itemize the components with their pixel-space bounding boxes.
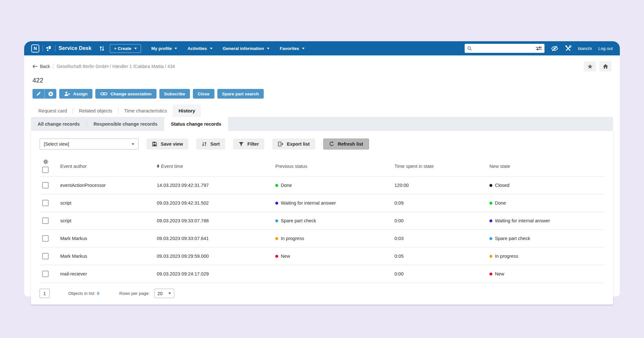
breadcrumb-path[interactable]: Gesellschaft Berlin GmbH / Händler 1 /Ca… [57, 64, 175, 69]
filter-funnel-icon [239, 142, 244, 147]
subtab-status-change-records[interactable]: Status change records [164, 117, 228, 131]
status-label: New [281, 254, 290, 259]
cancel-button[interactable] [44, 89, 56, 99]
back-arrow-icon [33, 64, 38, 68]
change-association-button[interactable]: Change association [95, 89, 156, 99]
filter-button[interactable]: Filter [233, 139, 264, 150]
home-button[interactable] [599, 61, 611, 72]
create-button[interactable]: + Create [110, 44, 141, 53]
table-row[interactable]: eventActionProcessor 14.03.2023 09:42:31… [40, 177, 604, 194]
page-number-button[interactable]: 1 [40, 289, 50, 298]
back-label: Back [40, 64, 50, 69]
home-icon [603, 64, 608, 69]
status-dot-icon [489, 255, 492, 258]
row-spent: 0:00 [394, 271, 489, 276]
edit-button[interactable] [33, 89, 44, 99]
table-row[interactable]: script 09.03.2023 09:33:07.788 Spare par… [40, 212, 604, 230]
objects-count: 6 [97, 291, 99, 296]
sort-icon [202, 141, 207, 147]
spare-part-search-button[interactable]: Spare part search [217, 89, 264, 99]
column-header-event-time[interactable]: Event time [157, 164, 275, 169]
row-checkbox[interactable] [42, 235, 49, 242]
chevron-down-icon [134, 48, 137, 49]
app-card: N Service Desk + Create My profile [24, 41, 620, 296]
save-view-button[interactable]: Save view [147, 139, 188, 150]
status-label: New [495, 271, 504, 276]
list-footer: 1 Objects in list: 6 Rows per page: 20 [40, 283, 604, 298]
favorite-star-button[interactable] [584, 61, 596, 72]
row-author: script [60, 218, 157, 223]
hide-interface-eye-off-icon[interactable] [551, 45, 558, 52]
select-all-checkbox[interactable] [42, 167, 49, 173]
sort-arrows-icon[interactable] [99, 45, 105, 52]
assign-label: Assign [73, 92, 88, 96]
menu-activities[interactable]: Activities [187, 46, 212, 51]
menu-label: General information [223, 46, 264, 51]
select-view-dropdown[interactable]: [Select view] [40, 139, 138, 150]
chevron-down-icon [210, 48, 213, 49]
back-link[interactable]: Back [33, 64, 50, 69]
row-prev-status: Done [275, 183, 394, 188]
person-add-icon [64, 91, 70, 96]
menu-general-information[interactable]: General information [223, 46, 270, 51]
subscribe-button[interactable]: Subscribe [159, 89, 190, 99]
tab-time-characteristics[interactable]: Time characteristics [118, 104, 173, 117]
logo-icon[interactable]: N [31, 44, 39, 53]
rows-per-page-select[interactable]: 20 [154, 289, 174, 298]
column-header-time-spent[interactable]: Time spent in state [394, 164, 489, 169]
table-row[interactable]: Mark Markus 09.03.2023 09:33:07.641 In p… [40, 230, 604, 247]
column-header-new-state[interactable]: New state [489, 164, 604, 169]
chevron-down-icon [168, 293, 171, 294]
subtab-responsible-change-records[interactable]: Responsible change records [87, 117, 164, 131]
sort-indicator-icon [157, 164, 159, 168]
change-association-label: Change association [110, 92, 152, 96]
save-view-label: Save view [161, 141, 183, 147]
row-spent: 0:00 [394, 218, 489, 223]
pencil-icon [36, 91, 41, 96]
table-row[interactable]: mail-reciever 09.03.2023 09:24:17.029 0:… [40, 265, 604, 283]
column-header-event-author[interactable]: Event author [60, 164, 157, 169]
search-settings-sliders-icon[interactable] [536, 46, 542, 51]
row-checkbox[interactable] [42, 253, 49, 259]
user-menu[interactable]: bianchi [578, 46, 592, 51]
close-button[interactable]: Close [193, 89, 214, 99]
status-label: In progress [495, 254, 518, 259]
chevron-down-icon [132, 143, 134, 145]
search-input[interactable] [474, 46, 534, 51]
column-settings-gear-icon[interactable] [43, 159, 48, 165]
tab-history[interactable]: History [173, 104, 201, 117]
status-label: In progress [281, 236, 304, 241]
tab-request-card[interactable]: Request card [33, 104, 73, 117]
row-time: 09.03.2023 09:33:07.788 [157, 218, 275, 223]
menu-my-profile[interactable]: My profile [151, 46, 177, 51]
row-author: Mark Markus [60, 254, 157, 259]
status-dot-icon [275, 219, 278, 222]
export-list-button[interactable]: Export list [272, 139, 315, 150]
column-header-previous-status[interactable]: Previous status [275, 164, 394, 169]
row-checkbox[interactable] [42, 182, 49, 188]
list-toolbar: [Select view] Save view [40, 139, 604, 150]
subtab-all-change-records[interactable]: All change records [31, 117, 87, 131]
refresh-list-button[interactable]: Refresh list [323, 139, 369, 150]
menu-label: Activities [187, 46, 207, 51]
create-button-label: + Create [114, 46, 131, 51]
chevron-down-icon [302, 48, 305, 49]
apps-grid-icon[interactable] [46, 45, 52, 51]
sort-button[interactable]: Sort [196, 139, 225, 150]
row-checkbox[interactable] [42, 200, 49, 206]
assign-button[interactable]: Assign [59, 89, 92, 99]
tab-related-objects[interactable]: Related objects [73, 104, 118, 117]
logout-link[interactable]: Log out [598, 46, 613, 51]
admin-tools-icon[interactable] [565, 45, 572, 52]
select-view-value: [Select view] [44, 141, 69, 147]
top-navbar: N Service Desk + Create My profile [24, 41, 620, 55]
table-row[interactable]: script 09.03.2023 09:42:31.502 Waiting f… [40, 194, 604, 212]
records-panel: [Select view] Save view [31, 131, 613, 304]
table-row[interactable]: Mark Markus 09.03.2023 09:29:59.000 New … [40, 247, 604, 265]
row-time: 09.03.2023 09:42:31.502 [157, 200, 275, 206]
row-checkbox[interactable] [42, 271, 49, 277]
row-checkbox[interactable] [42, 217, 49, 224]
menu-favorites[interactable]: Favorites [280, 46, 305, 51]
history-subtabs: All change records Responsible change re… [31, 117, 613, 131]
status-dot-icon [489, 237, 492, 240]
